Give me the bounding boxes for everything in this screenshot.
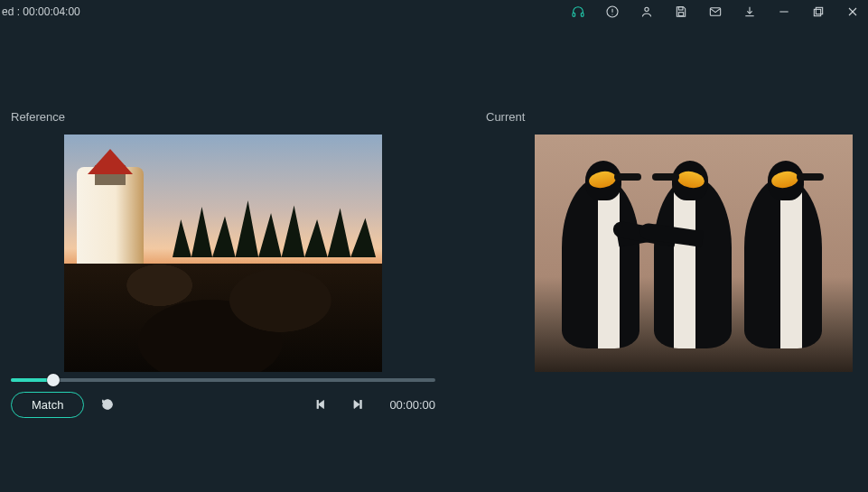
playhead-slider[interactable] bbox=[11, 374, 435, 386]
user-icon[interactable] bbox=[639, 4, 655, 20]
svg-point-4 bbox=[611, 14, 612, 14]
slider-track[interactable] bbox=[11, 378, 435, 382]
svg-marker-14 bbox=[319, 401, 324, 409]
svg-rect-0 bbox=[573, 13, 575, 16]
prev-frame-icon[interactable] bbox=[312, 394, 333, 415]
reference-label: Reference bbox=[11, 110, 435, 124]
current-image bbox=[535, 135, 853, 372]
svg-rect-15 bbox=[317, 401, 319, 409]
svg-rect-6 bbox=[678, 7, 683, 10]
timecode: 00:00:00 bbox=[389, 398, 435, 412]
mail-icon[interactable] bbox=[707, 4, 723, 20]
current-panel: Current bbox=[486, 110, 857, 372]
svg-marker-16 bbox=[354, 401, 359, 409]
slider-thumb[interactable] bbox=[47, 374, 60, 386]
download-icon[interactable] bbox=[742, 4, 758, 20]
titlebar-toolbar bbox=[570, 4, 861, 20]
play-next-frame-icon[interactable] bbox=[346, 394, 368, 415]
reference-panel: Reference bbox=[11, 110, 435, 372]
current-preview[interactable] bbox=[535, 135, 853, 372]
titlebar-status-prefix: ed : bbox=[2, 5, 20, 18]
minimize-icon[interactable] bbox=[776, 4, 792, 20]
svg-rect-17 bbox=[360, 401, 362, 409]
save-icon[interactable] bbox=[673, 4, 689, 20]
svg-rect-7 bbox=[678, 13, 683, 16]
titlebar-status-time: 00:00:04:00 bbox=[23, 5, 79, 18]
reference-preview[interactable] bbox=[64, 135, 382, 372]
reference-image bbox=[64, 135, 382, 372]
svg-rect-1 bbox=[581, 13, 583, 16]
match-button[interactable]: Match bbox=[11, 392, 84, 418]
svg-rect-11 bbox=[814, 9, 820, 15]
reset-icon[interactable] bbox=[97, 394, 118, 415]
maximize-restore-icon[interactable] bbox=[810, 4, 826, 20]
current-label: Current bbox=[486, 110, 857, 124]
close-icon[interactable] bbox=[845, 4, 861, 20]
alert-circle-icon[interactable] bbox=[604, 4, 621, 20]
headphones-icon[interactable] bbox=[570, 4, 586, 20]
svg-rect-10 bbox=[816, 7, 822, 14]
svg-point-5 bbox=[645, 7, 649, 11]
titlebar-status: ed : 00:00:04:00 bbox=[2, 5, 80, 18]
